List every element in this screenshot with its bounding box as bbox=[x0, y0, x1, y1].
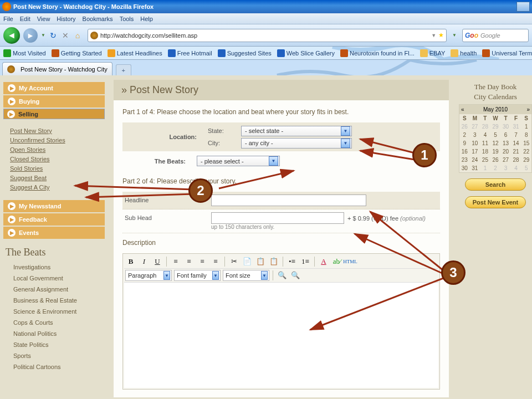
calendar-day[interactable]: 16 bbox=[459, 147, 470, 156]
fontsize-select[interactable]: Font size▼ bbox=[223, 270, 269, 281]
calendar-day[interactable]: 2 bbox=[459, 131, 470, 139]
beats-select[interactable]: - please select - ▼ bbox=[197, 156, 280, 166]
calendar-day[interactable]: 30 bbox=[459, 164, 470, 172]
minimize-button[interactable] bbox=[516, 2, 530, 12]
calendar-day[interactable]: 12 bbox=[490, 139, 501, 147]
post-event-button[interactable]: Post New Event bbox=[465, 196, 526, 208]
calendar-day[interactable]: 30 bbox=[500, 122, 511, 131]
bookmark-star-icon[interactable]: ★ bbox=[438, 32, 444, 39]
calendar-day[interactable]: 29 bbox=[521, 156, 531, 164]
calendar-day[interactable]: 13 bbox=[500, 139, 511, 147]
calendar-day[interactable]: 15 bbox=[521, 139, 531, 147]
subhead-input[interactable] bbox=[211, 212, 344, 224]
bookmark-item[interactable]: Getting Started bbox=[52, 49, 102, 57]
bookmark-item[interactable]: Free Hotmail bbox=[168, 49, 212, 57]
calendar-day[interactable]: 5 bbox=[521, 164, 531, 172]
sidebar-feedback[interactable]: ▶Feedback bbox=[3, 213, 105, 226]
beat-link[interactable]: Business & Real Estate bbox=[3, 295, 105, 306]
calendar-day[interactable]: 25 bbox=[480, 156, 490, 164]
calendar-day[interactable]: 20 bbox=[500, 147, 511, 156]
state-select[interactable]: - select state - ▼ bbox=[241, 126, 352, 136]
sidebar-link[interactable]: Open Stories bbox=[10, 146, 103, 153]
underline-icon[interactable]: U bbox=[152, 256, 163, 267]
city-select[interactable]: - any city - ▼ bbox=[241, 138, 352, 149]
menu-help[interactable]: Help bbox=[140, 16, 153, 22]
sidebar-events[interactable]: ▶Events bbox=[3, 227, 105, 239]
url-text[interactable]: http://watchdogcity.com/sellitem.asp bbox=[100, 32, 431, 39]
calendar-day[interactable]: 22 bbox=[521, 147, 531, 156]
cal-next[interactable]: » bbox=[526, 106, 530, 112]
bookmark-item[interactable]: Neurotoxin found in Fl... bbox=[340, 49, 415, 57]
menu-tools[interactable]: Tools bbox=[120, 16, 134, 22]
calendar-day[interactable]: 21 bbox=[511, 147, 521, 156]
calendar-day[interactable]: 27 bbox=[500, 156, 511, 164]
calendar-day[interactable]: 27 bbox=[470, 122, 480, 131]
html-button[interactable]: HTML bbox=[345, 256, 356, 267]
home-icon[interactable]: ⌂ bbox=[73, 31, 82, 40]
reload-icon[interactable]: ↻ bbox=[49, 31, 58, 40]
calendar-day[interactable]: 19 bbox=[490, 147, 501, 156]
calendar-day[interactable]: 17 bbox=[470, 147, 480, 156]
calendar-day[interactable]: 10 bbox=[470, 139, 480, 147]
calendar-day[interactable]: 26 bbox=[459, 122, 470, 131]
beat-link[interactable]: State Politics bbox=[3, 339, 105, 350]
align-right-icon[interactable]: ≡ bbox=[197, 256, 208, 267]
bullet-list-icon[interactable]: •≡ bbox=[287, 256, 298, 267]
calendar-day[interactable]: 1 bbox=[480, 164, 490, 172]
highlight-icon[interactable]: ab⁄ bbox=[331, 256, 342, 267]
calendar-day[interactable]: 11 bbox=[480, 139, 490, 147]
cal-prev[interactable]: « bbox=[461, 106, 464, 112]
sidebar-link[interactable]: Unconfirmed Stories bbox=[10, 137, 103, 144]
calendar-day[interactable]: 23 bbox=[459, 156, 470, 164]
url-dropdown-icon[interactable]: ▼ bbox=[431, 33, 436, 38]
menu-edit[interactable]: Edit bbox=[20, 16, 30, 22]
sidebar-buying[interactable]: ▶Buying bbox=[3, 95, 105, 108]
search-bar[interactable]: Goo Google bbox=[462, 29, 529, 42]
number-list-icon[interactable]: 1≡ bbox=[300, 256, 311, 267]
url-bar[interactable]: http://watchdogcity.com/sellitem.asp ▼ ★ bbox=[88, 29, 447, 42]
menu-bookmarks[interactable]: Bookmarks bbox=[83, 16, 113, 22]
tab-active[interactable]: Post New Story - Watchdog City bbox=[2, 62, 112, 75]
beat-link[interactable]: Sports bbox=[3, 350, 105, 361]
copy-icon[interactable]: 📄 bbox=[242, 256, 253, 267]
calendar-day[interactable]: 7 bbox=[511, 131, 521, 139]
paste-word-icon[interactable]: 📋 bbox=[268, 256, 279, 267]
sidebar-link[interactable]: Closed Stories bbox=[10, 156, 103, 162]
beat-link[interactable]: Political Cartoons bbox=[3, 361, 105, 372]
search-engine-dropdown[interactable]: ▼ bbox=[452, 33, 457, 38]
calendar-day[interactable]: 5 bbox=[490, 131, 501, 139]
menu-file[interactable]: File bbox=[3, 16, 13, 22]
sidebar-selling[interactable]: ▶Selling bbox=[3, 109, 105, 119]
text-color-icon[interactable]: A bbox=[318, 256, 329, 267]
new-tab-button[interactable]: + bbox=[116, 64, 131, 75]
bookmark-item[interactable]: Universal Terms of bbox=[482, 49, 532, 57]
history-dropdown[interactable]: ▼ bbox=[41, 33, 45, 38]
find-icon[interactable]: 🔍 bbox=[277, 270, 288, 281]
calendar-day[interactable]: 28 bbox=[511, 156, 521, 164]
calendar-day[interactable]: 8 bbox=[521, 131, 531, 139]
calendar-day[interactable]: 14 bbox=[511, 139, 521, 147]
calendar-day[interactable]: 28 bbox=[480, 122, 490, 131]
search-button[interactable]: Search bbox=[465, 178, 526, 191]
sidebar-link[interactable]: Suggest Beat bbox=[10, 175, 103, 181]
calendar-day[interactable]: 31 bbox=[511, 122, 521, 131]
menu-view[interactable]: View bbox=[37, 16, 50, 22]
beat-link[interactable]: Investigations bbox=[3, 262, 105, 273]
italic-icon[interactable]: I bbox=[139, 256, 150, 267]
sidebar-my-newsstand[interactable]: ▶My Newsstand bbox=[3, 200, 105, 212]
calendar-day[interactable]: 26 bbox=[490, 156, 501, 164]
calendar-day[interactable]: 29 bbox=[490, 122, 501, 131]
sidebar-link[interactable]: Suggest A City bbox=[10, 184, 103, 191]
beat-link[interactable]: Local Government bbox=[3, 273, 105, 284]
cut-icon[interactable]: ✂ bbox=[228, 256, 239, 267]
align-center-icon[interactable]: ≡ bbox=[183, 256, 195, 267]
calendar-day[interactable]: 4 bbox=[511, 164, 521, 172]
calendar-day[interactable]: 3 bbox=[500, 164, 511, 172]
stop-icon[interactable]: ✕ bbox=[61, 31, 70, 40]
bookmark-item[interactable]: health bbox=[451, 49, 477, 57]
calendar-day[interactable]: 1 bbox=[521, 122, 531, 131]
calendar-day[interactable]: 6 bbox=[500, 131, 511, 139]
fontfamily-select[interactable]: Font family▼ bbox=[174, 270, 221, 281]
beat-link[interactable]: Cops & Courts bbox=[3, 317, 105, 328]
bookmark-item[interactable]: Latest Headlines bbox=[108, 49, 162, 57]
